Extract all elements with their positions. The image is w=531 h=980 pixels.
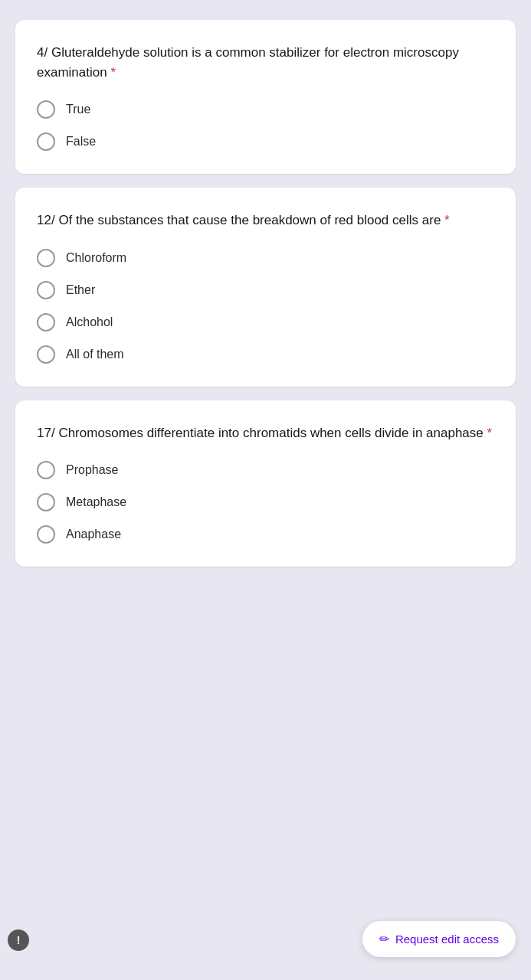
question-4-required: * [110,65,116,80]
question-12-body: Of the substances that cause the breakdo… [58,213,441,227]
request-edit-label: Request edit access [395,933,499,946]
option-chloroform[interactable]: Chloroform [37,249,494,267]
option-false-label: False [66,135,96,149]
radio-ether[interactable] [37,281,55,299]
question-4-body: Gluteraldehyde solution is a common stab… [37,45,459,80]
question-12-required: * [444,213,450,227]
option-anaphase-label: Anaphase [66,528,121,541]
radio-alchohol[interactable] [37,313,55,332]
question-card-17: 17/ Chromosomes differentiate into chrom… [15,400,516,567]
option-metaphase[interactable]: Metaphase [37,493,494,511]
option-all-of-them[interactable]: All of them [37,345,494,364]
option-true-label: True [66,103,90,116]
option-all-of-them-label: All of them [66,348,124,361]
option-chloroform-label: Chloroform [66,251,126,265]
radio-true[interactable] [37,100,55,119]
question-card-12: 12/ Of the substances that cause the bre… [15,188,516,387]
radio-anaphase[interactable] [37,525,55,544]
question-12-number: 12/ [37,213,55,227]
option-metaphase-label: Metaphase [66,495,126,509]
alert-badge: ! [8,929,29,951]
option-prophase-label: Prophase [66,463,119,477]
option-alchohol[interactable]: Alchohol [37,313,494,332]
question-17-required: * [487,426,493,440]
question-4-text: 4/ Gluteraldehyde solution is a common s… [37,43,494,82]
question-card-4: 4/ Gluteraldehyde solution is a common s… [15,20,516,174]
option-prophase[interactable]: Prophase [37,461,494,479]
question-12-text: 12/ Of the substances that cause the bre… [37,211,494,230]
question-17-body: Chromosomes differentiate into chromatid… [58,426,483,440]
radio-metaphase[interactable] [37,493,55,511]
radio-all-of-them[interactable] [37,345,55,364]
question-17-text: 17/ Chromosomes differentiate into chrom… [37,423,494,443]
request-edit-button[interactable]: ✏ Request edit access [362,921,516,957]
option-ether[interactable]: Ether [37,281,494,299]
radio-prophase[interactable] [37,461,55,479]
radio-false[interactable] [37,132,55,151]
option-true[interactable]: True [37,100,494,119]
option-ether-label: Ether [66,283,95,297]
question-4-number: 4/ [37,45,48,60]
pencil-icon: ✏ [379,932,389,946]
option-anaphase[interactable]: Anaphase [37,525,494,544]
question-17-number: 17/ [37,426,55,440]
top-divider [15,8,516,12]
option-alchohol-label: Alchohol [66,315,113,329]
option-false[interactable]: False [37,132,494,151]
radio-chloroform[interactable] [37,249,55,267]
alert-icon: ! [17,934,21,946]
